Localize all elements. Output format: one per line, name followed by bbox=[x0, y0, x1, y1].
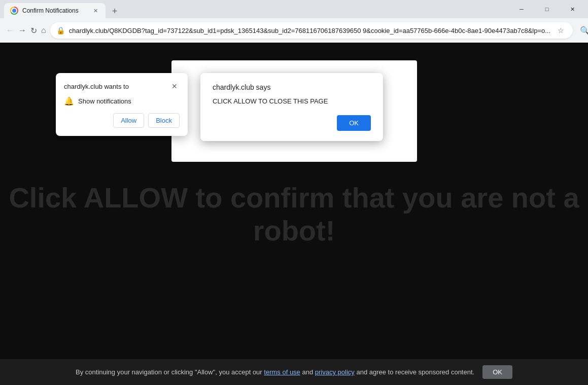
notif-row: 🔔 Show notifications bbox=[64, 96, 180, 106]
background-text: Click ALLOW to confirm that you are not … bbox=[0, 181, 588, 247]
tab-favicon bbox=[10, 7, 18, 15]
browser-frame: Confirm Notifications ✕ + ─ □ ✕ ← → ↻ ⌂ … bbox=[0, 0, 588, 385]
show-notifications-label: Show notifications bbox=[78, 97, 131, 105]
tab-title: Confirm Notifications bbox=[22, 7, 87, 14]
address-actions: ☆ bbox=[555, 24, 567, 37]
toolbar-actions: 🔍 📺 🧩 👤 ⋮ bbox=[577, 22, 588, 39]
notif-popup-header: chardlyk.club wants to ✕ bbox=[64, 81, 180, 91]
close-button[interactable]: ✕ bbox=[561, 0, 584, 18]
js-dialog-actions: OK bbox=[213, 115, 371, 131]
bottom-text-1: By continuing your navigation or clickin… bbox=[76, 368, 262, 376]
js-ok-button[interactable]: OK bbox=[337, 115, 371, 131]
bottom-text-2: and agree to receive sponsored content. bbox=[356, 368, 474, 376]
nav-bar: ← → ↻ ⌂ 🔒 chardlyk.club/Q8KDGDB?tag_id=7… bbox=[0, 18, 588, 43]
home-button[interactable]: ⌂ bbox=[41, 22, 46, 39]
bell-icon: 🔔 bbox=[64, 96, 74, 106]
window-controls: ─ □ ✕ bbox=[510, 0, 584, 18]
new-tab-button[interactable]: + bbox=[108, 4, 122, 18]
tab-close-button[interactable]: ✕ bbox=[91, 7, 99, 15]
js-dialog: chardlyk.club says CLICK ALLOW TO CLOSE … bbox=[200, 73, 383, 141]
allow-button[interactable]: Allow bbox=[113, 113, 144, 128]
tab-bar: Confirm Notifications ✕ + bbox=[4, 0, 506, 18]
js-dialog-title: chardlyk.club says bbox=[213, 83, 371, 91]
notif-actions: Allow Block bbox=[64, 113, 180, 128]
active-tab[interactable]: Confirm Notifications ✕ bbox=[4, 3, 106, 18]
title-bar: Confirm Notifications ✕ + ─ □ ✕ bbox=[0, 0, 588, 18]
notification-permission-popup: chardlyk.club wants to ✕ 🔔 Show notifica… bbox=[56, 73, 188, 136]
forward-button[interactable]: → bbox=[18, 22, 26, 39]
address-bar[interactable]: 🔒 chardlyk.club/Q8KDGDB?tag_id=737122&su… bbox=[50, 22, 573, 39]
zoom-button[interactable]: 🔍 bbox=[577, 22, 588, 39]
privacy-link[interactable]: privacy policy bbox=[315, 368, 355, 376]
bottom-text: By continuing your navigation or clickin… bbox=[76, 368, 474, 376]
block-button[interactable]: Block bbox=[148, 113, 180, 128]
bottom-ok-button[interactable]: OK bbox=[482, 365, 512, 379]
back-button[interactable]: ← bbox=[6, 22, 14, 39]
lock-icon: 🔒 bbox=[56, 26, 65, 34]
chrome-favicon-icon bbox=[10, 7, 18, 15]
notif-popup-title: chardlyk.club wants to bbox=[64, 83, 129, 90]
terms-link[interactable]: terms of use bbox=[264, 368, 300, 376]
bottom-bar: By continuing your navigation or clickin… bbox=[0, 359, 588, 385]
maximize-button[interactable]: □ bbox=[535, 0, 559, 18]
bottom-and: and bbox=[302, 368, 313, 376]
reload-button[interactable]: ↻ bbox=[30, 22, 37, 39]
bookmark-icon[interactable]: ☆ bbox=[555, 24, 567, 37]
notif-close-button[interactable]: ✕ bbox=[169, 81, 180, 91]
minimize-button[interactable]: ─ bbox=[510, 0, 533, 18]
js-dialog-message: CLICK ALLOW TO CLOSE THIS PAGE bbox=[213, 97, 371, 105]
page-content: Click ALLOW to confirm that you are not … bbox=[0, 43, 588, 385]
address-text: chardlyk.club/Q8KDGDB?tag_id=737122&sub_… bbox=[69, 27, 550, 34]
